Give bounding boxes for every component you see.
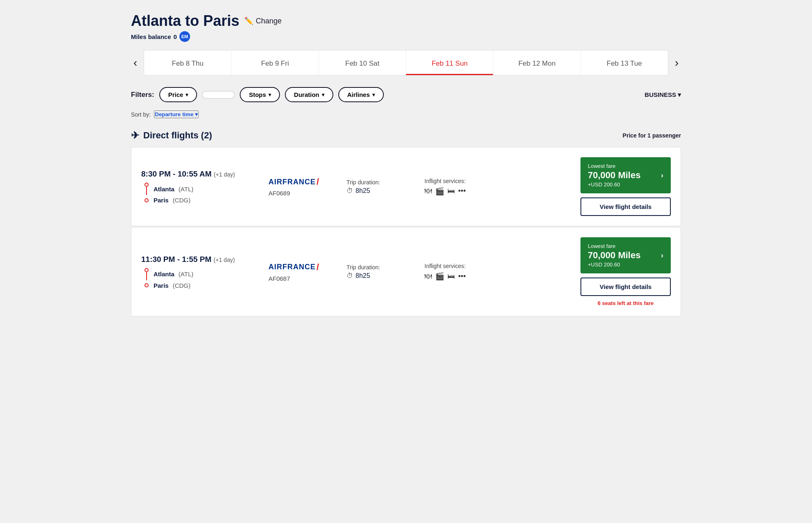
next-date-button[interactable]: › — [672, 56, 681, 69]
trip-duration-section: Trip duration: ⏱ 8h25 — [346, 264, 412, 280]
route-stops: Atlanta (ATL) Paris (CDG) — [141, 183, 256, 204]
miles-balance-label: Miles balance — [131, 33, 171, 40]
inflight-section: Inflight services: 🍽 🎬 🛏 ••• — [424, 263, 568, 281]
fare-chevron-icon: › — [661, 171, 663, 180]
air-france-slash: / — [317, 262, 319, 273]
chevron-down-icon: ▾ — [372, 92, 375, 98]
view-flight-details-button[interactable]: View flight details — [580, 197, 671, 216]
date-selector: ‹ Feb 8 Thu Feb 9 Fri Feb 10 Sat Feb 11 … — [131, 50, 681, 76]
stop-connector — [146, 187, 147, 195]
filters-label: Filters: — [131, 91, 154, 99]
stop-dot — [145, 183, 149, 187]
chevron-down-icon: ▾ — [268, 92, 271, 98]
date-tab-feb11[interactable]: Feb 11 Sun — [406, 50, 493, 75]
stop-dot — [145, 198, 149, 202]
origin-stop: Atlanta (ATL) — [144, 183, 256, 195]
prev-date-button[interactable]: ‹ — [131, 56, 140, 69]
empty-filter-button[interactable] — [202, 91, 235, 99]
fare-usd: +USD 200.60 — [588, 262, 663, 268]
airline-section: AIRFRANCE / AF0687 — [268, 262, 334, 282]
fare-usd: +USD 200.60 — [588, 181, 663, 188]
airline-logo: AIRFRANCE / — [268, 262, 334, 273]
sleep-icon: 🛏 — [447, 187, 455, 195]
airline-logo: AIRFRANCE / — [268, 177, 334, 187]
inflight-icons: 🍽 🎬 🛏 ••• — [424, 272, 568, 281]
more-services-icon: ••• — [458, 187, 466, 195]
date-tab-feb8[interactable]: Feb 8 Thu — [144, 50, 232, 75]
trip-duration-section: Trip duration: ⏱ 8h25 — [346, 179, 412, 195]
business-class-button[interactable]: BUSINESS ▾ — [645, 91, 681, 99]
meal-icon: 🍽 — [424, 187, 432, 195]
stop-dot — [145, 283, 149, 287]
air-france-slash: / — [317, 177, 319, 187]
price-filter-button[interactable]: Price ▾ — [159, 87, 197, 102]
miles-value: 0 — [174, 33, 177, 40]
date-tabs: Feb 8 Thu Feb 9 Fri Feb 10 Sat Feb 11 Su… — [144, 50, 668, 76]
seats-left: 6 seats left at this fare — [580, 300, 671, 306]
date-tab-feb12[interactable]: Feb 12 Mon — [493, 50, 581, 75]
fare-miles: 70,000 Miles › — [588, 170, 663, 181]
page-header: Atlanta to Paris ✏️ Change Miles balance… — [131, 12, 681, 42]
price-for-passenger: Price for 1 passenger — [623, 132, 681, 139]
fare-miles: 70,000 Miles › — [588, 250, 663, 261]
fare-chevron-icon: › — [661, 251, 663, 260]
flight-card: 11:30 PM - 1:55 PM (+1 day) Atlanta (ATL… — [131, 227, 681, 317]
route-title: Atlanta to Paris — [131, 12, 239, 30]
date-tab-feb9[interactable]: Feb 9 Fri — [232, 50, 319, 75]
clock-icon: ⏱ — [346, 272, 353, 280]
lowest-fare-button[interactable]: Lowest fare 70,000 Miles › +USD 200.60 — [580, 237, 671, 273]
origin-stop: Atlanta (ATL) — [144, 268, 256, 280]
date-tab-feb13[interactable]: Feb 13 Tue — [581, 50, 668, 75]
trip-duration-label: Trip duration: — [346, 264, 412, 271]
trip-duration-label: Trip duration: — [346, 179, 412, 186]
duration-filter-button[interactable]: Duration ▾ — [285, 87, 333, 102]
pencil-icon: ✏️ — [244, 16, 253, 25]
flight-time: 11:30 PM - 1:55 PM (+1 day) — [141, 255, 256, 264]
plane-icon: ✈ — [131, 130, 139, 141]
date-tab-feb10[interactable]: Feb 10 Sat — [319, 50, 406, 75]
section-title: Direct flights (2) — [143, 130, 212, 141]
lowest-fare-label: Lowest fare — [588, 163, 663, 169]
route-stops: Atlanta (ATL) Paris (CDG) — [141, 268, 256, 289]
miles-icon: EM — [179, 31, 190, 42]
meal-icon: 🍽 — [424, 272, 432, 281]
sort-row: Sort by: Departure time ▾ — [131, 110, 681, 118]
flight-number: AF0687 — [268, 275, 334, 282]
trip-duration-value: ⏱ 8h25 — [346, 187, 412, 195]
trip-duration-value: ⏱ 8h25 — [346, 272, 412, 280]
flight-number: AF0689 — [268, 190, 334, 197]
chevron-down-icon: ▾ — [322, 92, 324, 98]
section-header: ✈ Direct flights (2) Price for 1 passeng… — [131, 130, 681, 141]
view-flight-details-button[interactable]: View flight details — [580, 278, 671, 296]
lowest-fare-label: Lowest fare — [588, 243, 663, 249]
stops-filter-button[interactable]: Stops ▾ — [240, 87, 280, 102]
inflight-label: Inflight services: — [424, 263, 568, 269]
flight-time: 8:30 PM - 10:55 AM (+1 day) — [141, 170, 256, 179]
flight-info-left: 8:30 PM - 10:55 AM (+1 day) Atlanta (ATL… — [141, 170, 256, 204]
more-services-icon: ••• — [458, 272, 466, 281]
lowest-fare-button[interactable]: Lowest fare 70,000 Miles › +USD 200.60 — [580, 157, 671, 193]
stop-dot — [145, 268, 149, 272]
action-section: Lowest fare 70,000 Miles › +USD 200.60 V… — [580, 157, 671, 216]
inflight-icons: 🍽 🎬 🛏 ••• — [424, 187, 568, 196]
dest-stop: Paris (CDG) — [144, 197, 256, 204]
entertainment-icon: 🎬 — [435, 272, 444, 281]
flight-card: 8:30 PM - 10:55 AM (+1 day) Atlanta (ATL… — [131, 147, 681, 226]
chevron-down-icon: ▾ — [186, 92, 188, 98]
airline-section: AIRFRANCE / AF0689 — [268, 177, 334, 197]
clock-icon: ⏱ — [346, 187, 353, 195]
filters-row: Filters: Price ▾ Stops ▾ Duration ▾ Airl… — [131, 87, 681, 102]
chevron-down-icon: ▾ — [195, 111, 198, 117]
entertainment-icon: 🎬 — [435, 187, 444, 196]
sort-departure-button[interactable]: Departure time ▾ — [154, 110, 199, 118]
change-button[interactable]: ✏️ Change — [244, 16, 282, 25]
action-section: Lowest fare 70,000 Miles › +USD 200.60 V… — [580, 237, 671, 306]
airlines-filter-button[interactable]: Airlines ▾ — [338, 87, 384, 102]
chevron-down-icon: ▾ — [678, 91, 681, 99]
sleep-icon: 🛏 — [447, 272, 455, 281]
inflight-section: Inflight services: 🍽 🎬 🛏 ••• — [424, 178, 568, 196]
inflight-label: Inflight services: — [424, 178, 568, 184]
stop-connector — [146, 272, 147, 280]
sort-by-label: Sort by: — [131, 111, 151, 118]
flight-info-left: 11:30 PM - 1:55 PM (+1 day) Atlanta (ATL… — [141, 255, 256, 289]
